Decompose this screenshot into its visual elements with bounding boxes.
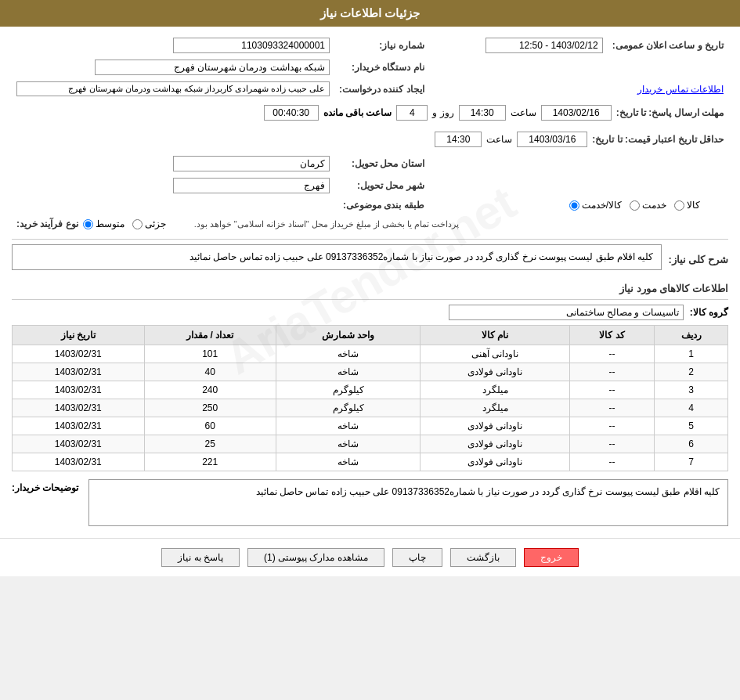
col-name: نام کالا [421,326,570,345]
city-value: فهرج [173,178,330,193]
cell-row: 7 [655,453,728,471]
table-row: 4 -- ميلگرد کيلوگرم 250 1403/02/31 [13,399,728,417]
col-code: کد کالا [570,326,655,345]
contact-info-link[interactable]: اطلاعات تماس خريدار [637,84,724,95]
cell-unit: شاخه [276,345,420,363]
table-row: 3 -- ميلگرد کيلوگرم 240 1403/02/31 [13,381,728,399]
reply-date: 1403/02/16 [541,105,612,121]
page-title: جزئيات اطلاعات نياز [320,6,420,20]
cell-unit: شاخه [276,435,420,453]
col-row: رديف [655,326,728,345]
group-kala-row: گروه کالا: تاسيسات و مصالح ساختمانی [12,305,728,320]
table-row: 5 -- ناودانی فولادی شاخه 60 1403/02/31 [13,417,728,435]
back-button[interactable]: بازگشت [450,548,516,567]
reply-time: 14:30 [459,105,506,121]
cell-unit: شاخه [276,363,420,381]
cell-qty: 60 [144,417,276,435]
bottom-bar: خروج بازگشت چاپ مشاهده مدارک پيوستی (1) … [0,538,740,576]
cell-qty: 240 [144,381,276,399]
cell-unit: کيلوگرم [276,399,420,417]
cell-name: ميلگرد [421,399,570,417]
cell-date: 1403/02/31 [13,381,145,399]
description-label: شرح کلی نياز: [668,251,728,265]
buyer-desc-label: توضيحات خريدار: [12,479,78,493]
col-unit: واحد شمارش [276,326,420,345]
col-qty: تعداد / مقدار [144,326,276,345]
cell-code: -- [570,363,655,381]
category-kala-khedmat-option[interactable]: کالا/خدمت [569,200,622,211]
cell-date: 1403/02/31 [13,345,145,363]
cell-name: ناودانی فولادی [421,417,570,435]
cell-row: 5 [655,417,728,435]
buyer-desc-value: کليه اقلام طبق ليست پيوست نرخ گذاری گردد… [88,479,728,526]
info-table: تاريخ و ساعت اعلان عمومی: 1403/02/12 - 1… [12,34,728,234]
category-khedmat-option[interactable]: خدمت [630,200,666,211]
cell-row: 3 [655,381,728,399]
cell-qty: 40 [144,363,276,381]
description-value: کليه اقلام طبق ليست پيوست نرخ گذاری گردد… [12,244,662,270]
cell-qty: 101 [144,345,276,363]
goods-section-label: اطلاعات کالاهای مورد نياز [12,283,728,294]
purchase-type-label: نوع فرآيند خريد: [16,218,78,229]
cell-code: -- [570,435,655,453]
reply-button[interactable]: پاسخ به نياز [161,548,240,567]
purchase-type-partial-option[interactable]: جزئی [132,218,166,229]
divider1 [12,239,728,240]
purchase-type-medium-option[interactable]: متوسط [83,218,125,229]
cell-row: 1 [655,345,728,363]
exit-button[interactable]: خروج [524,548,579,567]
cell-name: ناودانی آهنی [421,345,570,363]
remaining-label: ساعت باقی مانده [323,107,392,118]
remaining-time: 00:40:30 [264,105,319,121]
cell-name: ميلگرد [421,381,570,399]
cell-name: ناودانی فولادی [421,363,570,381]
cell-qty: 221 [144,453,276,471]
cell-code: -- [570,453,655,471]
cell-date: 1403/02/31 [13,417,145,435]
cell-unit: کيلوگرم [276,381,420,399]
group-kala-value: تاسيسات و مصالح ساختمانی [449,305,684,320]
cell-row: 6 [655,435,728,453]
cell-unit: شاخه [276,417,420,435]
goods-table: رديف کد کالا نام کالا واحد شمارش تعداد /… [12,325,728,471]
reply-time-label: ساعت [511,107,536,118]
min-validity-time: 14:30 [435,132,482,147]
min-validity-label: حداقل تاريخ اعتبار قيمت: تا تاريخ: [592,134,724,145]
cell-code: -- [570,381,655,399]
col-date: تاريخ نياز [13,326,145,345]
province-value: کرمان [173,156,330,171]
min-validity-time-label: ساعت [486,134,512,145]
created-by-label: ايجاد کننده درخواست: [334,78,429,99]
bottom-section: کليه اقلام طبق ليست پيوست نرخ گذاری گردد… [12,479,728,526]
cell-code: -- [570,417,655,435]
reply-deadline-label: مهلت ارسال پاسخ: تا تاريخ: [616,107,724,118]
table-row: 6 -- ناودانی فولادی شاخه 25 1403/02/31 [13,435,728,453]
divider2 [12,299,728,300]
cell-date: 1403/02/31 [13,399,145,417]
need-number-value: 1103093324000001 [173,38,330,53]
created-by-value: علی حبيب زاده شهمرادی کاربرداز شبکه بهدا… [16,81,330,96]
province-label: استان محل تحويل: [334,153,429,175]
view-docs-button[interactable]: مشاهده مدارک پيوستی (1) [247,548,384,567]
announce-date-label: تاريخ و ساعت اعلان عمومی: [608,34,728,56]
group-kala-label: گروه کالا: [690,307,728,318]
reply-days: 4 [396,105,428,121]
cell-unit: شاخه [276,453,420,471]
cell-row: 2 [655,363,728,381]
print-button[interactable]: چاپ [392,548,442,567]
cell-name: ناودانی فولادی [421,453,570,471]
category-label: طبقه بندی موضوعی: [334,197,429,214]
cell-date: 1403/02/31 [13,363,145,381]
buyer-org-label: نام دستگاه خريدار: [334,56,429,78]
page-header: جزئيات اطلاعات نياز [0,0,740,27]
reply-days-label: روز و [432,107,453,118]
need-number-label: شماره نياز: [334,34,429,56]
table-row: 1 -- ناودانی آهنی شاخه 101 1403/02/31 [13,345,728,363]
cell-date: 1403/02/31 [13,435,145,453]
cell-code: -- [570,399,655,417]
cell-row: 4 [655,399,728,417]
table-row: 2 -- ناودانی فولادی شاخه 40 1403/02/31 [13,363,728,381]
category-kala-option[interactable]: کالا [674,200,700,211]
city-label: شهر محل تحويل: [334,175,429,197]
cell-date: 1403/02/31 [13,453,145,471]
